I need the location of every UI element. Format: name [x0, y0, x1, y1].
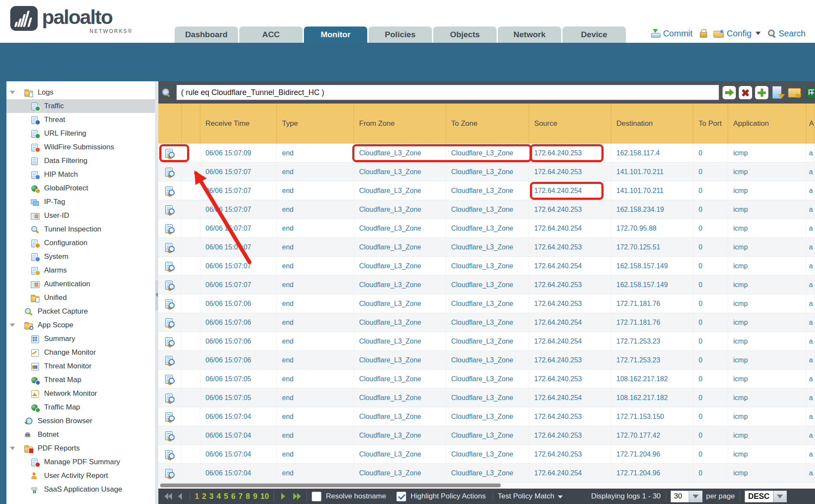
column-header-source[interactable]: Source [529, 104, 611, 144]
log-detail-icon[interactable] [165, 299, 175, 308]
sidebar-item-packet-capture[interactable]: Packet Capture [6, 305, 155, 318]
page-number-7[interactable]: 7 [238, 492, 243, 501]
tab-network[interactable]: Network [498, 27, 561, 43]
page-number-5[interactable]: 5 [224, 492, 228, 501]
sidebar-item-unified[interactable]: Unified [6, 291, 155, 305]
sidebar-item-authentication[interactable]: Authentication [6, 277, 155, 291]
sidebar-item-traffic[interactable]: Traffic [6, 99, 155, 113]
export-csv-icon[interactable] [805, 86, 815, 99]
page-number-10[interactable]: 10 [260, 492, 269, 501]
sidebar-item-botnet[interactable]: Botnet [6, 428, 155, 442]
column-header-type[interactable]: Type [277, 104, 354, 144]
tree-expand-caret-icon[interactable] [10, 323, 19, 327]
per-page-select[interactable]: 30 [671, 491, 702, 502]
sidebar-item-summary[interactable]: Summary [6, 332, 155, 346]
sidebar-item-saas-application-usage[interactable]: SaaS Application Usage [6, 483, 155, 496]
sidebar-item-ip-tag[interactable]: IP-Tag [6, 195, 155, 209]
sidebar-item-threat-monitor[interactable]: Threat Monitor [6, 359, 155, 373]
clear-filter-icon[interactable] [739, 86, 752, 99]
lock-icon[interactable] [699, 29, 707, 38]
sort-order-dropdown-button[interactable] [773, 491, 787, 502]
page-number-3[interactable]: 3 [209, 492, 214, 501]
sidebar-collapse-handle[interactable] [155, 280, 158, 310]
apply-filter-icon[interactable] [723, 86, 736, 99]
resolve-hostname-checkbox[interactable] [312, 492, 321, 501]
log-detail-icon[interactable] [165, 281, 175, 289]
sidebar-item-app-scope[interactable]: App Scope [6, 318, 155, 332]
previous-page-button[interactable] [175, 493, 185, 500]
sidebar-item-user-activity-report[interactable]: User Activity Report [6, 469, 155, 483]
test-policy-match-button[interactable]: Test Policy Match [498, 492, 563, 501]
log-detail-icon[interactable] [165, 149, 175, 157]
log-detail-icon[interactable] [165, 356, 175, 365]
commit-button[interactable]: Commit [651, 29, 693, 39]
sidebar-item-network-monitor[interactable]: Network Monitor [6, 387, 155, 400]
first-page-button[interactable] [164, 493, 173, 500]
highlight-policy-actions-checkbox[interactable] [396, 492, 406, 501]
sidebar-splitter[interactable] [155, 81, 158, 504]
tab-acc[interactable]: ACC [239, 27, 303, 43]
tab-device[interactable]: Device [562, 27, 626, 43]
sidebar-item-session-browser[interactable]: Session Browser [6, 414, 155, 428]
sidebar-item-threat[interactable]: Threat [6, 113, 155, 127]
column-header-to-port[interactable]: To Port [693, 104, 728, 144]
log-detail-icon[interactable] [165, 262, 175, 270]
tree-expand-caret-icon[interactable] [10, 447, 19, 450]
column-header-a[interactable]: A [806, 104, 815, 144]
log-detail-icon[interactable] [165, 431, 175, 440]
tab-objects[interactable]: Objects [433, 27, 497, 43]
sidebar-item-pdf-reports[interactable]: PDF Reports [6, 442, 155, 455]
page-number-9[interactable]: 9 [253, 492, 257, 501]
log-detail-icon[interactable] [165, 168, 175, 176]
log-detail-icon[interactable] [165, 243, 175, 252]
page-number-6[interactable]: 6 [231, 492, 235, 501]
add-filter-icon[interactable] [755, 86, 768, 99]
next-page-button[interactable] [279, 493, 288, 500]
sidebar-item-user-id[interactable]: User-ID [6, 209, 155, 222]
column-header-destination[interactable]: Destination [611, 104, 693, 144]
horizontal-scrollbar-thumb[interactable] [160, 483, 501, 487]
log-detail-icon[interactable] [165, 412, 175, 421]
tab-policies[interactable]: Policies [369, 27, 432, 43]
column-header-from-zone[interactable]: From Zone [354, 104, 446, 144]
sidebar-item-change-monitor[interactable]: Change Monitor [6, 346, 155, 359]
sidebar-item-traffic-map[interactable]: Traffic Map [6, 400, 155, 414]
column-header-to-zone[interactable]: To Zone [446, 104, 529, 144]
page-number-1[interactable]: 1 [195, 492, 199, 501]
tab-monitor[interactable]: Monitor [304, 27, 367, 43]
log-detail-icon[interactable] [165, 375, 175, 383]
sidebar-item-url-filtering[interactable]: URL Filtering [6, 127, 155, 140]
sidebar-item-alarms[interactable]: Alarms [6, 264, 155, 277]
log-detail-icon[interactable] [165, 469, 175, 477]
filter-query-input[interactable] [176, 85, 719, 100]
sidebar-item-tunnel-inspection[interactable]: Tunnel Inspection [6, 222, 155, 236]
log-detail-icon[interactable] [165, 187, 175, 195]
page-number-4[interactable]: 4 [217, 492, 221, 501]
tree-expand-caret-icon[interactable] [10, 91, 19, 94]
config-menu-button[interactable]: Config [714, 29, 761, 39]
log-detail-icon[interactable] [165, 450, 175, 459]
sidebar-item-logs[interactable]: Logs [6, 86, 155, 99]
log-detail-icon[interactable] [165, 318, 175, 327]
sidebar-item-configuration[interactable]: Configuration [6, 236, 155, 250]
per-page-dropdown-button[interactable] [689, 491, 702, 502]
sidebar-item-globalprotect[interactable]: GlobalProtect [6, 181, 155, 195]
load-filter-icon[interactable] [788, 86, 802, 99]
page-number-8[interactable]: 8 [246, 492, 250, 501]
horizontal-scrollbar[interactable] [158, 483, 815, 489]
search-button[interactable]: Search [767, 29, 806, 39]
column-header-receive-time[interactable]: Receive Time [200, 104, 277, 144]
log-detail-icon[interactable] [165, 394, 175, 402]
tab-dashboard[interactable]: Dashboard [175, 27, 238, 43]
sidebar-item-system[interactable]: System [6, 250, 155, 264]
filter-builder-icon[interactable] [771, 86, 785, 99]
sidebar-item-threat-map[interactable]: Threat Map [6, 373, 155, 387]
log-detail-icon[interactable] [165, 224, 175, 233]
page-number-2[interactable]: 2 [202, 492, 206, 501]
sort-order-select[interactable]: DESC [745, 491, 787, 502]
log-detail-icon[interactable] [165, 205, 175, 214]
sidebar-item-hip-match[interactable]: HIP Match [6, 168, 155, 181]
log-detail-icon[interactable] [165, 337, 175, 346]
sidebar-item-manage-pdf-summary[interactable]: Manage PDF Summary [6, 455, 155, 469]
column-header-application[interactable]: Application [728, 104, 806, 144]
